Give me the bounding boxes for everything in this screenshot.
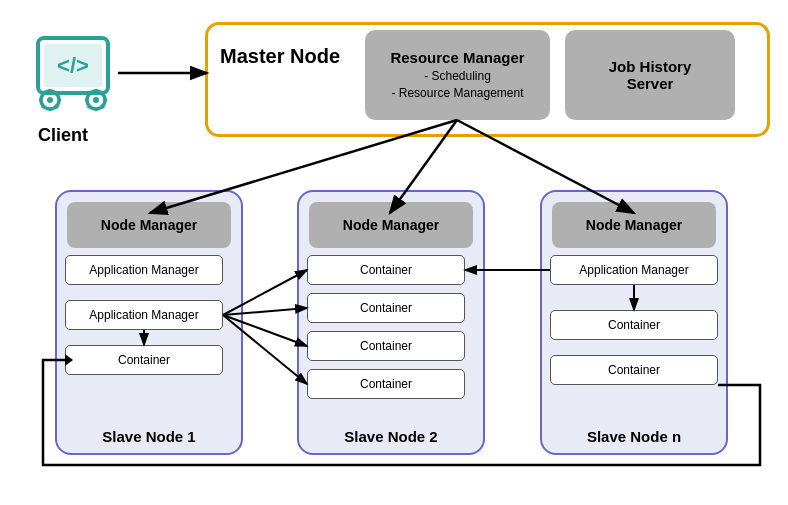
svg-text:</>: </> [57, 53, 89, 78]
resource-manager-detail-1: - Scheduling [424, 68, 491, 85]
resource-manager-box: Resource Manager - Scheduling - Resource… [365, 30, 550, 120]
slave-1-container: Container [65, 345, 223, 375]
job-history-title-1: Job History [609, 58, 692, 75]
slave-2-container-1: Container [307, 255, 465, 285]
job-history-server-box: Job History Server [565, 30, 735, 120]
svg-point-4 [47, 97, 53, 103]
slave-1-app-manager-1: Application Manager [65, 255, 223, 285]
slave-n-node-manager: Node Manager [552, 202, 716, 248]
resource-manager-detail-2: - Resource Management [391, 85, 523, 102]
svg-point-14 [93, 97, 99, 103]
client-label: Client [38, 125, 88, 146]
slave-2-node-manager: Node Manager [309, 202, 473, 248]
slave-2-container-4: Container [307, 369, 465, 399]
slave-n-app-manager: Application Manager [550, 255, 718, 285]
diagram: </> Client M [0, 0, 788, 505]
slave-2-label: Slave Node 2 [299, 428, 483, 445]
resource-manager-title: Resource Manager [390, 49, 524, 66]
svg-line-12 [42, 105, 44, 108]
slave-2-container-3: Container [307, 331, 465, 361]
slave-n-container-1: Container [550, 310, 718, 340]
slave-1-app-manager-2: Application Manager [65, 300, 223, 330]
slave-2-container-2: Container [307, 293, 465, 323]
slave-n-container-2: Container [550, 355, 718, 385]
svg-line-19 [88, 92, 90, 95]
slave-n-label: Slave Node n [542, 428, 726, 445]
client-icon: </> [28, 28, 118, 118]
master-node-label: Master Node [220, 45, 340, 68]
slave-1-node-manager: Node Manager [67, 202, 231, 248]
slave-1-label: Slave Node 1 [57, 428, 241, 445]
job-history-title-2: Server [627, 75, 674, 92]
svg-line-9 [42, 92, 44, 95]
svg-line-22 [88, 105, 90, 108]
